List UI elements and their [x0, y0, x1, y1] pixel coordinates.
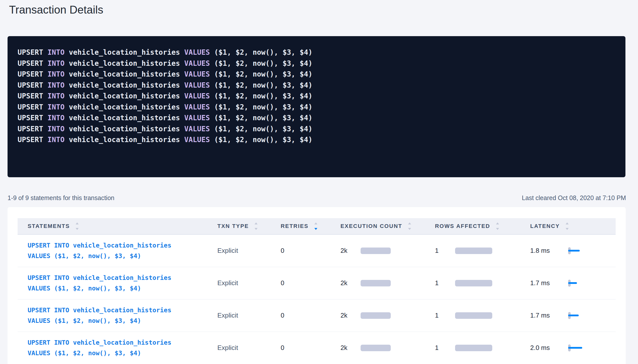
sort-desc-icon: [496, 228, 499, 230]
sql-token-values: VALUES: [180, 81, 214, 89]
column-header[interactable]: ROWS AFFECTED: [435, 218, 530, 234]
rows-affected-value: 1: [435, 279, 455, 287]
sql-token-into: INTO: [43, 114, 69, 122]
statement-line2: VALUES ($1, $2, now(), $3, $4): [28, 317, 141, 324]
statement-cell: UPSERT INTO vehicle_location_histories V…: [18, 234, 217, 267]
txn-type-cell: Explicit: [217, 267, 281, 299]
sql-token-into: INTO: [43, 81, 69, 89]
column-header[interactable]: RETRIES: [281, 218, 340, 234]
latency-bar-chart: [568, 280, 586, 287]
sql-line: UPSERT INTO vehicle_location_histories V…: [18, 112, 615, 124]
column-header-label: EXECUTION COUNT: [340, 223, 402, 229]
rows-affected-bar: [455, 312, 492, 319]
sql-token-values: VALUES: [180, 48, 214, 56]
column-header-label: RETRIES: [281, 223, 309, 229]
sort-asc-icon: [314, 222, 317, 224]
execution-count-cell: 2k: [340, 299, 435, 332]
sort-desc-icon: [76, 228, 79, 230]
column-header[interactable]: LATENCY: [530, 218, 616, 234]
table-caption-row: 1-9 of 9 statements for this transaction…: [8, 194, 626, 201]
execution-count-bar: [361, 280, 391, 286]
sql-token-into: INTO: [43, 92, 69, 100]
latency-value: 1.7 ms: [530, 312, 568, 319]
retries-value: 0: [281, 312, 284, 319]
execution-count-bar: [361, 312, 391, 319]
sort-desc-icon: [566, 228, 569, 230]
retries-cell: 0: [281, 267, 340, 299]
sql-token-table-name: vehicle_location_histories: [69, 70, 180, 78]
sql-token-table-name: vehicle_location_histories: [69, 136, 180, 144]
column-header[interactable]: TXN TYPE: [217, 218, 281, 234]
txn-type-cell: Explicit: [217, 332, 281, 364]
latency-bar: [568, 250, 580, 252]
sql-token-values: VALUES: [180, 136, 214, 144]
execution-count-bar: [361, 345, 391, 351]
latency-bar-chart: [568, 247, 586, 254]
sort-asc-icon: [255, 222, 258, 224]
statement-link[interactable]: UPSERT INTO vehicle_location_histories V…: [28, 273, 217, 294]
sort-arrows[interactable]: [408, 222, 411, 230]
rows-affected-cell: 1: [435, 299, 530, 332]
sql-line: UPSERT INTO vehicle_location_histories V…: [18, 69, 615, 80]
sort-desc-icon: [408, 228, 411, 230]
rows-affected-bar: [455, 248, 492, 254]
sql-token-upsert: UPSERT: [18, 125, 43, 133]
retries-cell: 0: [281, 234, 340, 267]
transaction-sql-code: UPSERT INTO vehicle_location_histories V…: [8, 36, 625, 156]
sql-token-upsert: UPSERT: [18, 136, 43, 144]
sql-token-into: INTO: [43, 59, 69, 68]
execution-count-cell: 2k: [340, 267, 435, 299]
sql-line: UPSERT INTO vehicle_location_histories V…: [18, 134, 615, 145]
execution-count-cell: 2k: [340, 332, 435, 364]
latency-cell: 1.7 ms: [530, 267, 616, 299]
txn-type-value: Explicit: [217, 247, 238, 254]
txn-type-value: Explicit: [217, 344, 238, 351]
sort-arrows[interactable]: [496, 222, 499, 230]
rows-affected-cell: 1: [435, 234, 530, 267]
sort-arrows[interactable]: [314, 222, 317, 230]
column-header[interactable]: EXECUTION COUNT: [340, 218, 435, 234]
latency-bar: [568, 347, 582, 349]
column-header[interactable]: STATEMENTS: [18, 218, 217, 234]
latency-bar: [568, 282, 577, 284]
sql-token-values: VALUES: [180, 70, 214, 78]
column-header-label: TXN TYPE: [217, 223, 249, 229]
column-header-label: ROWS AFFECTED: [435, 223, 490, 229]
sql-token-args: ($1, $2, now(), $3, $4): [214, 103, 312, 111]
execution-count-value: 2k: [340, 344, 361, 352]
retries-cell: 0: [281, 332, 340, 364]
sql-token-into: INTO: [43, 103, 69, 111]
statement-line1: UPSERT INTO vehicle_location_histories: [28, 242, 171, 249]
statement-link[interactable]: UPSERT INTO vehicle_location_histories V…: [28, 337, 217, 358]
latency-cell: 2.0 ms: [530, 332, 616, 364]
statement-link[interactable]: UPSERT INTO vehicle_location_histories V…: [28, 240, 217, 261]
sort-arrows[interactable]: [76, 222, 79, 230]
sql-token-args: ($1, $2, now(), $3, $4): [214, 70, 312, 78]
retries-value: 0: [281, 344, 284, 351]
sort-arrows[interactable]: [566, 222, 569, 230]
statement-line1: UPSERT INTO vehicle_location_histories: [28, 339, 171, 346]
sort-arrows[interactable]: [255, 222, 258, 230]
sql-line: UPSERT INTO vehicle_location_histories V…: [18, 102, 615, 113]
sql-line: UPSERT INTO vehicle_location_histories V…: [18, 47, 615, 58]
execution-count-cell: 2k: [340, 234, 435, 267]
page-title: Transaction Details: [9, 4, 103, 16]
statement-row: UPSERT INTO vehicle_location_histories V…: [18, 267, 616, 299]
sort-asc-icon: [566, 222, 569, 224]
statement-line2: VALUES ($1, $2, now(), $3, $4): [28, 252, 141, 260]
sql-token-table-name: vehicle_location_histories: [69, 48, 180, 56]
statement-link[interactable]: UPSERT INTO vehicle_location_histories V…: [28, 305, 217, 326]
statement-row: UPSERT INTO vehicle_location_histories V…: [18, 234, 616, 267]
sql-token-upsert: UPSERT: [18, 59, 43, 68]
statement-line1: UPSERT INTO vehicle_location_histories: [28, 307, 171, 314]
latency-bar: [568, 315, 579, 316]
statements-table-card: STATEMENTS TXN TYPE RETRIES EXECUTI: [8, 207, 626, 364]
sql-token-values: VALUES: [180, 92, 214, 100]
sql-token-into: INTO: [43, 136, 69, 144]
latency-bar-chart: [568, 344, 586, 351]
column-header-label: LATENCY: [530, 223, 560, 229]
statement-line1: UPSERT INTO vehicle_location_histories: [28, 274, 171, 281]
rows-affected-cell: 1: [435, 267, 530, 299]
sql-token-upsert: UPSERT: [18, 81, 43, 89]
sql-token-args: ($1, $2, now(), $3, $4): [214, 48, 312, 56]
